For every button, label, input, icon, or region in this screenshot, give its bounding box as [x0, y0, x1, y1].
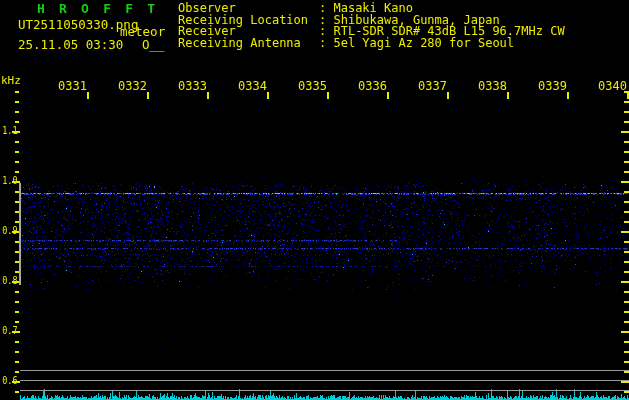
time-tick	[387, 92, 389, 99]
freq-tick	[621, 231, 629, 233]
freq-tick	[12, 381, 20, 383]
level-ref-line	[20, 380, 629, 381]
freq-tick	[624, 241, 629, 243]
time-tick-label: 0340	[596, 81, 627, 92]
freq-tick	[621, 281, 629, 283]
freq-tick	[624, 161, 629, 163]
freq-tick	[15, 291, 19, 293]
time-tick-label: 0334	[236, 81, 267, 92]
freq-tick	[624, 121, 629, 123]
freq-tick	[15, 141, 19, 143]
info-label: Receiving Antenna	[178, 38, 319, 50]
time-tick-label: 0337	[416, 81, 447, 92]
freq-tick	[624, 151, 629, 153]
time-tick	[267, 92, 269, 99]
time-tick-label: 0331	[56, 81, 87, 92]
freq-tick	[15, 361, 19, 363]
freq-tick	[15, 111, 19, 113]
freq-tick	[15, 161, 19, 163]
freq-tick	[624, 321, 629, 323]
freq-tick	[624, 251, 629, 253]
freq-tick	[621, 331, 629, 333]
time-tick-label: 0339	[536, 81, 567, 92]
freq-tick	[624, 351, 629, 353]
y-axis-unit-label: kHz	[1, 75, 21, 87]
capture-datetime: 25.11.05 03:30	[18, 39, 123, 51]
info-row: Receiving Antenna: 5el Yagi Az 280 for S…	[178, 38, 565, 50]
freq-tick	[15, 121, 19, 123]
time-tick	[447, 92, 449, 99]
freq-tick	[624, 341, 629, 343]
freq-tick	[621, 181, 629, 183]
freq-tick	[15, 171, 19, 173]
time-tick-label: 0333	[176, 81, 207, 92]
freq-tick	[15, 341, 19, 343]
freq-tick	[15, 151, 19, 153]
freq-tick	[15, 301, 19, 303]
freq-tick	[15, 371, 19, 373]
freq-tick	[624, 291, 629, 293]
level-ref-line	[20, 370, 629, 371]
time-tick	[567, 92, 569, 99]
time-tick	[327, 92, 329, 99]
time-tick-label: 0338	[476, 81, 507, 92]
level-ref-line	[20, 390, 629, 391]
time-tick	[147, 92, 149, 99]
freq-tick	[624, 211, 629, 213]
freq-tick	[624, 301, 629, 303]
freq-tick	[624, 311, 629, 313]
time-tick-label: 0335	[296, 81, 327, 92]
freq-tick	[624, 111, 629, 113]
freq-tick	[15, 101, 19, 103]
time-tick	[507, 92, 509, 99]
freq-tick	[624, 91, 629, 93]
status-marker: O__	[142, 39, 165, 51]
freq-tick	[12, 331, 20, 333]
time-tick-label: 0332	[116, 81, 147, 92]
spectrogram-canvas	[0, 0, 629, 400]
freq-tick	[12, 131, 20, 133]
freq-tick	[624, 191, 629, 193]
app-title: H R O F F T	[37, 3, 158, 15]
freq-tick	[621, 131, 629, 133]
freq-tick	[624, 261, 629, 263]
freq-tick	[624, 141, 629, 143]
time-tick	[87, 92, 89, 99]
hrofft-spectrogram-screen: H R O F F T UT2511050330.png meteor 25.1…	[0, 0, 629, 400]
freq-tick	[624, 371, 629, 373]
freq-tick	[624, 221, 629, 223]
freq-tick	[15, 391, 19, 393]
time-tick-label: 0336	[356, 81, 387, 92]
time-tick	[207, 92, 209, 99]
freq-tick	[621, 381, 629, 383]
freq-tick	[624, 101, 629, 103]
info-value: 5el Yagi Az 280 for Seoul	[333, 36, 514, 50]
freq-tick	[15, 351, 19, 353]
noise-band-marker-bar	[19, 183, 21, 285]
freq-tick	[624, 201, 629, 203]
station-info: Observer: Masaki KanoReceiving Location:…	[178, 3, 565, 49]
info-separator: :	[319, 36, 333, 50]
freq-tick	[624, 171, 629, 173]
freq-tick	[15, 321, 19, 323]
freq-tick	[624, 271, 629, 273]
freq-tick	[15, 311, 19, 313]
freq-tick	[15, 91, 19, 93]
freq-tick	[624, 361, 629, 363]
freq-tick	[624, 391, 629, 393]
